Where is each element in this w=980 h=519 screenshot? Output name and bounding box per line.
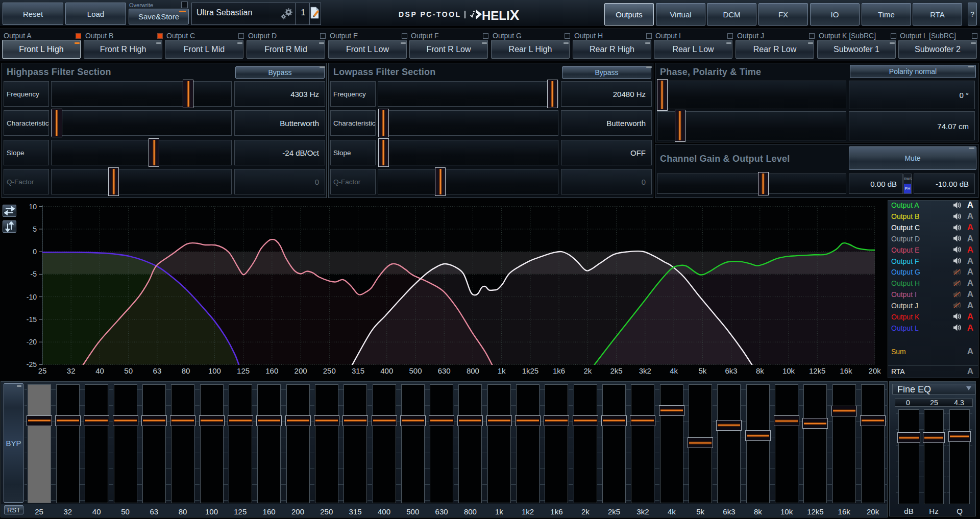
svg-text:50: 50 — [124, 366, 133, 375]
svg-text:20k: 20k — [869, 366, 881, 375]
svg-text:80: 80 — [182, 366, 190, 375]
svg-text:10: 10 — [29, 203, 37, 211]
svg-text:500: 500 — [409, 366, 422, 375]
svg-text:16k: 16k — [840, 366, 852, 375]
svg-text:5: 5 — [33, 225, 37, 233]
svg-text:-25: -25 — [27, 360, 37, 368]
svg-text:-5: -5 — [31, 270, 37, 278]
svg-text:315: 315 — [352, 366, 364, 375]
svg-text:8k: 8k — [756, 366, 764, 375]
svg-text:400: 400 — [380, 366, 393, 375]
svg-text:25: 25 — [38, 366, 47, 375]
svg-text:63: 63 — [153, 366, 162, 375]
svg-text:160: 160 — [265, 366, 278, 375]
svg-text:250: 250 — [323, 366, 336, 375]
svg-text:4k: 4k — [670, 366, 678, 375]
svg-text:630: 630 — [438, 366, 451, 375]
svg-text:-15: -15 — [27, 315, 37, 324]
svg-text:100: 100 — [208, 366, 221, 375]
svg-text:6k3: 6k3 — [725, 366, 737, 375]
svg-text:3k2: 3k2 — [639, 366, 651, 375]
svg-text:-20: -20 — [27, 338, 37, 346]
svg-text:125: 125 — [237, 366, 250, 375]
svg-text:5k: 5k — [698, 366, 706, 375]
svg-text:2k5: 2k5 — [610, 366, 623, 375]
svg-text:1k25: 1k25 — [522, 366, 539, 375]
svg-text:0: 0 — [33, 248, 37, 256]
svg-text:800: 800 — [467, 366, 479, 375]
svg-text:12k5: 12k5 — [809, 366, 826, 375]
svg-text:32: 32 — [67, 366, 76, 375]
svg-text:-10: -10 — [27, 293, 37, 301]
svg-text:1k: 1k — [498, 366, 506, 375]
svg-text:200: 200 — [295, 366, 307, 375]
svg-text:10k: 10k — [782, 366, 795, 375]
svg-text:40: 40 — [95, 366, 104, 375]
svg-text:2k: 2k — [583, 366, 592, 375]
svg-text:1k6: 1k6 — [553, 366, 565, 375]
